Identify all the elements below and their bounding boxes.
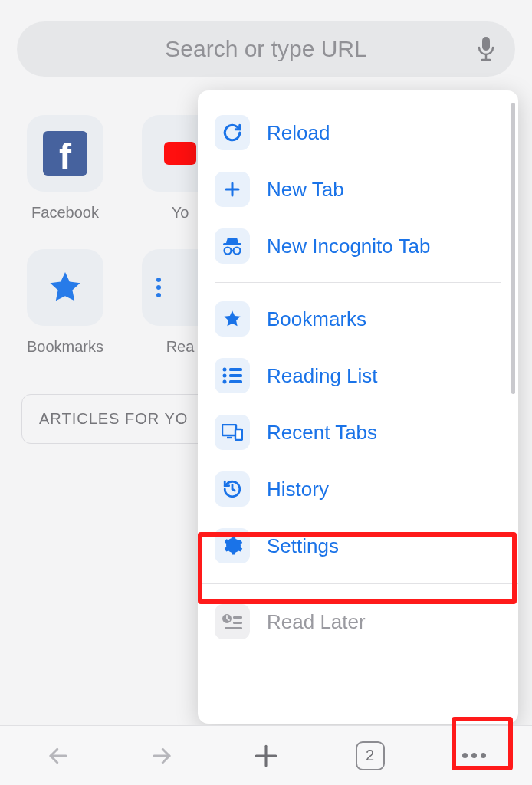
menu-label: Read Later <box>267 610 366 634</box>
menu-item-read-later[interactable]: Read Later <box>198 593 518 650</box>
menu-label: Recent Tabs <box>267 421 377 445</box>
facebook-icon: f <box>43 131 87 176</box>
svg-point-4 <box>156 285 161 290</box>
svg-point-9 <box>225 248 232 255</box>
svg-point-5 <box>156 293 161 297</box>
star-icon <box>215 301 250 337</box>
new-tab-button[interactable] <box>242 734 290 777</box>
history-icon <box>215 471 250 507</box>
microphone-icon[interactable] <box>477 36 495 62</box>
read-later-icon <box>215 604 250 639</box>
star-icon <box>47 269 84 306</box>
menu-label: Reload <box>267 121 330 145</box>
shortcut-bookmarks[interactable]: Bookmarks <box>23 249 107 356</box>
overflow-menu: Reload New Tab New Incognito Tab Bookmar… <box>198 90 518 724</box>
search-placeholder: Search or type URL <box>165 36 366 62</box>
shortcut-label: Rea <box>166 338 195 356</box>
menu-item-history[interactable]: History <box>198 461 518 517</box>
svg-rect-22 <box>233 616 242 619</box>
shortcut-facebook[interactable]: f Facebook <box>23 115 107 222</box>
menu-item-settings[interactable]: Settings <box>198 517 518 574</box>
svg-rect-17 <box>229 380 242 383</box>
svg-rect-15 <box>229 368 242 371</box>
list-icon <box>215 358 250 393</box>
menu-divider <box>198 583 518 584</box>
menu-item-reload[interactable]: Reload <box>198 104 518 161</box>
menu-item-new-incognito[interactable]: New Incognito Tab <box>198 218 518 274</box>
menu-label: New Tab <box>267 178 344 202</box>
menu-item-reading-list[interactable]: Reading List <box>198 347 518 404</box>
plus-icon <box>215 172 250 207</box>
svg-rect-23 <box>233 622 242 624</box>
svg-rect-20 <box>235 429 242 440</box>
tabs-button[interactable]: 2 <box>346 734 394 777</box>
svg-point-10 <box>234 248 241 255</box>
search-bar[interactable]: Search or type URL <box>17 21 515 77</box>
gear-icon <box>215 528 250 563</box>
more-icon <box>462 753 486 758</box>
incognito-icon <box>215 228 250 264</box>
menu-item-recent-tabs[interactable]: Recent Tabs <box>198 404 518 461</box>
menu-label: Bookmarks <box>267 307 366 331</box>
articles-heading: ARTICLES FOR YO <box>39 410 188 427</box>
menu-label: Settings <box>267 534 339 558</box>
svg-point-14 <box>223 380 227 384</box>
back-button[interactable] <box>34 734 82 777</box>
svg-rect-24 <box>225 627 242 629</box>
reload-icon <box>215 115 250 150</box>
scrollbar[interactable] <box>511 103 515 394</box>
tab-count: 2 <box>366 747 374 764</box>
devices-icon <box>215 415 250 450</box>
menu-label: Reading List <box>267 364 378 388</box>
svg-point-13 <box>223 374 227 378</box>
svg-rect-16 <box>229 374 242 377</box>
svg-rect-8 <box>223 243 241 245</box>
svg-rect-18 <box>222 425 236 435</box>
shortcut-label: Yo <box>172 204 189 222</box>
shortcut-label: Bookmarks <box>27 338 103 356</box>
forward-button[interactable] <box>138 734 186 777</box>
svg-rect-0 <box>482 37 490 51</box>
shortcut-label: Facebook <box>31 204 99 222</box>
more-button[interactable] <box>450 734 498 777</box>
bottom-toolbar: 2 <box>0 725 532 785</box>
menu-item-new-tab[interactable]: New Tab <box>198 161 518 218</box>
menu-label: History <box>267 478 329 501</box>
menu-divider <box>215 282 501 283</box>
svg-point-3 <box>156 278 161 282</box>
svg-point-12 <box>223 368 227 372</box>
menu-label: New Incognito Tab <box>267 235 430 258</box>
menu-item-bookmarks[interactable]: Bookmarks <box>198 291 518 347</box>
